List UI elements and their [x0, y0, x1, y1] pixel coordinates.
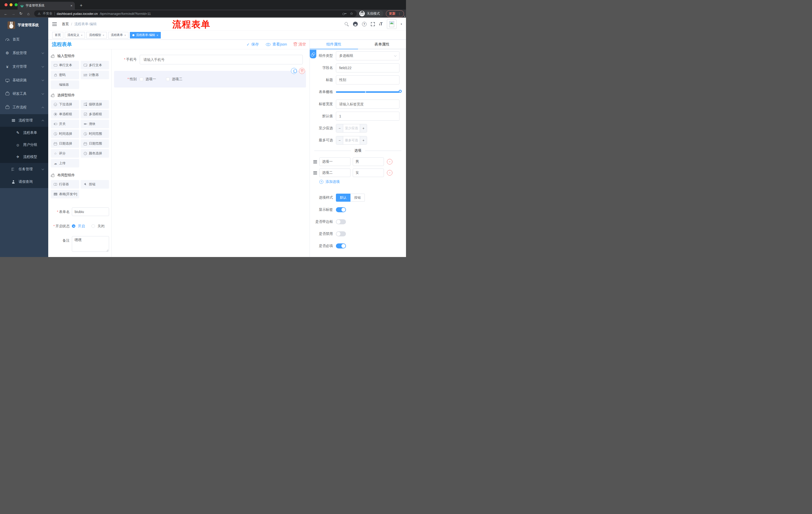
avatar[interactable] [387, 19, 397, 29]
component-chip-color-picker[interactable]: 颜色选择 [81, 149, 109, 158]
tag-process-form-edit[interactable]: 流程表单-编辑 × [130, 32, 161, 38]
window-zoom-button[interactable] [14, 3, 18, 6]
new-tab-button[interactable]: + [78, 2, 84, 9]
sidebar-item-process-model[interactable]: ✈ 流程模型 [0, 151, 48, 163]
style-default-button[interactable]: 默认 [336, 194, 350, 202]
collapse-sidebar-icon[interactable] [52, 22, 57, 26]
save-button[interactable]: ✓ 保存 [246, 42, 259, 47]
component-chip-password[interactable]: 密码 [51, 71, 79, 79]
slider-handle[interactable] [399, 90, 402, 93]
checkbox-icon[interactable] [166, 77, 170, 81]
sidebar-item-process-form[interactable]: ✎ 流程表单 [0, 127, 48, 139]
tag-process-form[interactable]: 流程表单 × [108, 32, 128, 38]
form-remark-textarea[interactable]: 嘿嘿 [72, 236, 109, 252]
radio-status-off[interactable] [91, 224, 95, 228]
tab-form-props[interactable]: 表单属性 [358, 40, 406, 49]
close-icon[interactable]: × [81, 34, 82, 37]
drag-handle-icon[interactable] [313, 172, 317, 173]
border-toggle[interactable] [336, 219, 346, 224]
sidebar-item-infra[interactable]: 基础设施 [0, 74, 48, 87]
component-chip-cascader[interactable]: 级联选择 [81, 100, 109, 109]
back-icon[interactable]: ← [2, 11, 9, 16]
field-name-input[interactable] [336, 63, 400, 73]
widget-delete-button[interactable] [299, 68, 305, 74]
sidebar-item-process-mgmt[interactable]: 流程管理 [0, 114, 48, 127]
component-chip-button[interactable]: 按钮 [81, 180, 109, 189]
canvas-field-phone[interactable]: *手机号 [112, 55, 310, 64]
min-select-stepper[interactable]: − 至少应选 + [336, 124, 367, 133]
gender-checkbox-option2[interactable]: 选项二 [166, 77, 182, 81]
component-chip-time-range[interactable]: 时间范围 [81, 130, 109, 138]
reload-icon[interactable]: ↻ [17, 11, 25, 16]
remove-option-button[interactable]: − [387, 159, 393, 164]
show-label-toggle[interactable] [336, 207, 346, 212]
sidebar-item-devtools[interactable]: 研发工具 [0, 87, 48, 101]
sidebar-item-leave-query[interactable]: 请假查询 [0, 175, 48, 188]
minus-button[interactable]: − [336, 136, 343, 144]
close-icon[interactable]: × [103, 34, 104, 37]
sidebar-item-task-mgmt[interactable]: 任务管理 [0, 163, 48, 175]
component-type-select[interactable] [336, 51, 400, 60]
max-select-stepper[interactable]: − 最多可选 + [336, 136, 367, 144]
label-width-input[interactable] [336, 100, 400, 109]
home-icon[interactable]: ⌂ [25, 11, 32, 16]
fullscreen-icon[interactable] [371, 22, 375, 26]
window-minimize-button[interactable] [9, 3, 12, 6]
component-chip-switch[interactable]: 开关 [51, 120, 79, 128]
github-icon[interactable] [353, 22, 358, 26]
title-input[interactable] [336, 76, 400, 84]
window-close-button[interactable] [4, 3, 7, 6]
gender-checkbox-option1[interactable]: 选项一 [140, 77, 156, 81]
required-toggle[interactable] [336, 243, 346, 248]
breadcrumb-home[interactable]: 首页 [62, 22, 69, 26]
component-chip-counter[interactable]: 123计数器 [81, 71, 109, 79]
drag-handle-icon[interactable] [313, 161, 317, 162]
radio-status-off-label[interactable]: 关闭 [97, 222, 105, 231]
component-chip-radio-group[interactable]: 单选框组 [51, 110, 79, 118]
canvas-field-gender-selected[interactable]: *性别 选项一 选项二 [114, 71, 306, 87]
disabled-toggle[interactable] [336, 231, 346, 236]
help-icon[interactable]: ? [362, 22, 367, 26]
browser-menu-icon[interactable]: ⋮ [398, 12, 401, 16]
chrome-caret-icon[interactable]: ▾ [404, 15, 405, 18]
min-select-placeholder[interactable]: 至少应选 [343, 124, 360, 132]
component-chip-row-container[interactable]: 行容器 [51, 180, 79, 189]
component-chip-dropdown[interactable]: 下拉选择 [51, 100, 79, 109]
component-chip-multi-text[interactable]: 多行文本 [81, 61, 109, 70]
component-chip-checkbox-group[interactable]: 多选框组 [81, 110, 109, 118]
bookmark-star-icon[interactable]: ☆ [350, 11, 353, 16]
close-icon[interactable]: × [156, 34, 158, 37]
minus-button[interactable]: − [336, 124, 343, 132]
option2-value-input[interactable] [353, 168, 384, 177]
plus-button[interactable]: + [360, 124, 367, 132]
component-chip-upload[interactable]: ☁↑上传 [51, 159, 79, 167]
remove-option-button[interactable]: − [387, 170, 393, 175]
sidebar-item-home[interactable]: 首页 [0, 33, 48, 46]
sidebar-item-workflow[interactable]: 工作流程 [0, 101, 48, 114]
sidebar-item-system[interactable]: ⚙ 系统管理 [0, 46, 48, 60]
forward-icon[interactable]: → [9, 11, 17, 16]
tab-close-icon[interactable]: × [70, 4, 72, 7]
password-key-icon[interactable] [343, 12, 346, 15]
tab-component-props[interactable]: 组件属性 [310, 40, 358, 49]
form-grid-slider[interactable] [336, 91, 400, 93]
tag-home[interactable]: 首页 [52, 32, 63, 38]
browser-update-button[interactable]: 更新 ⋮ [386, 10, 404, 17]
avatar-caret-icon[interactable]: ▾ [401, 23, 402, 25]
component-chip-single-text[interactable]: 单行文本 [51, 61, 79, 70]
plus-button[interactable]: + [360, 136, 367, 144]
phone-input[interactable] [140, 55, 303, 64]
option2-name-input[interactable] [319, 168, 350, 177]
clear-button[interactable]: 清空 [294, 42, 306, 47]
address-bar[interactable]: ⚠ 不安全 dashboard.yudao.iocoder.cn/bpm/man… [34, 10, 357, 17]
max-select-placeholder[interactable]: 最多可选 [343, 136, 360, 144]
tag-process-definition[interactable]: 流程定义 × [65, 32, 85, 38]
view-json-button[interactable]: 查看json [266, 42, 287, 47]
link-handle-tab[interactable] [310, 50, 316, 58]
font-size-icon[interactable]: tT [379, 22, 383, 27]
sidebar-item-payment[interactable]: ¥ 支付管理 [0, 60, 48, 74]
component-chip-rate[interactable]: ☆评分 [51, 149, 79, 158]
default-value-input[interactable] [336, 112, 400, 121]
component-chip-editor[interactable]: 编辑器 [51, 80, 79, 89]
radio-status-on[interactable] [72, 224, 76, 228]
